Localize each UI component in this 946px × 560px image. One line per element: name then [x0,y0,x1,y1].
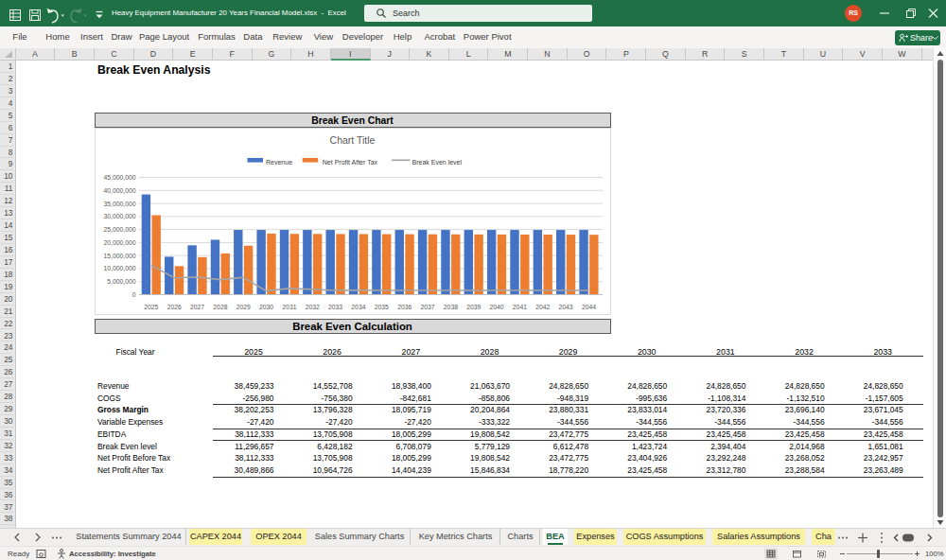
svg-text:2037: 2037 [420,304,434,310]
svg-text:5,000,000: 5,000,000 [107,278,135,285]
svg-text:40,000,000: 40,000,000 [103,187,135,194]
svg-text:2039: 2039 [466,304,481,310]
svg-text:35,000,000: 35,000,000 [103,201,135,207]
svg-text:Revenue: Revenue [266,159,292,166]
svg-text:30,000,000: 30,000,000 [103,213,135,219]
svg-text:2029: 2029 [236,304,251,310]
svg-text:45,000,000: 45,000,000 [103,174,135,181]
svg-text:2042: 2042 [535,304,550,310]
svg-text:2038: 2038 [444,304,458,310]
svg-text:2026: 2026 [167,304,182,310]
svg-text:2040: 2040 [490,304,504,310]
svg-text:2032: 2032 [306,304,320,310]
svg-text:25,000,000: 25,000,000 [103,226,135,233]
svg-text:2035: 2035 [375,304,389,310]
svg-text:15,000,000: 15,000,000 [103,253,135,259]
svg-text:2031: 2031 [282,304,296,310]
svg-text:Break Even level: Break Even level [412,159,463,166]
svg-text:10,000,000: 10,000,000 [103,265,135,271]
svg-text:2028: 2028 [213,304,227,310]
svg-text:2030: 2030 [259,304,273,310]
svg-text:2036: 2036 [397,304,412,310]
svg-text:2025: 2025 [144,304,158,310]
svg-text:2027: 2027 [190,304,204,310]
svg-text:20,000,000: 20,000,000 [103,239,135,246]
svg-text:Chart Title: Chart Title [330,134,376,146]
svg-text:0: 0 [132,291,136,298]
svg-text:2041: 2041 [513,304,527,310]
svg-text:2034: 2034 [351,304,365,310]
svg-text:2043: 2043 [559,304,573,310]
svg-text:Net Profit After Tax: Net Profit After Tax [323,159,378,166]
svg-text:2044: 2044 [582,304,596,310]
svg-text:2033: 2033 [328,304,342,310]
